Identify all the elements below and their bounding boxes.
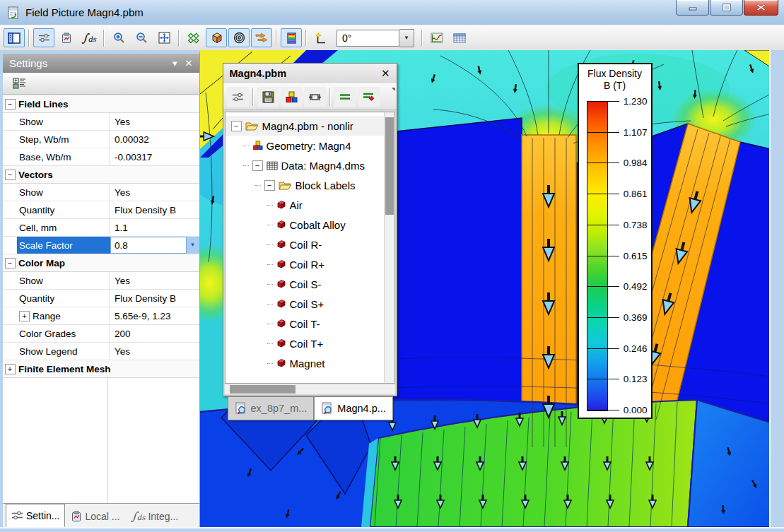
tree-item-coil-r-[interactable]: Coil R- xyxy=(226,235,384,254)
property-row[interactable]: Color Grades200 xyxy=(3,325,199,343)
property-value[interactable]: 5.65e-9, 1.23 xyxy=(110,307,199,324)
zoom-out-button[interactable] xyxy=(131,28,152,47)
property-row[interactable]: QuantityFlux Density B xyxy=(3,290,199,307)
close-icon[interactable]: ✕ xyxy=(185,58,193,69)
settings-sliders-button[interactable] xyxy=(33,28,54,47)
angle-combobox[interactable]: 0°▼ xyxy=(337,29,414,47)
property-row[interactable]: Show LegendYes xyxy=(3,343,199,360)
property-group-row[interactable]: −Vectors xyxy=(3,166,199,184)
tree-item-coil-r-[interactable]: Coil R+ xyxy=(226,254,384,274)
xy-plot-button[interactable] xyxy=(426,28,447,47)
contour-lines-button[interactable] xyxy=(228,28,250,47)
value-dropdown-button[interactable]: ▼ xyxy=(186,237,199,254)
panel-toggle-button[interactable] xyxy=(4,28,25,47)
minimize-button[interactable] xyxy=(676,0,709,16)
close-icon[interactable]: ✕ xyxy=(381,67,390,80)
tree-item-block-labels[interactable]: −Block Labels xyxy=(226,175,384,195)
property-value[interactable]: -0.00317 xyxy=(110,148,199,165)
property-group-row[interactable]: −Color Map xyxy=(3,254,199,272)
contour-compare-button[interactable] xyxy=(334,87,356,107)
save-button[interactable] xyxy=(257,87,279,107)
property-value[interactable]: 1.1 xyxy=(110,219,199,236)
property-value[interactable]: Flux Density B xyxy=(110,290,199,307)
tab-settin-[interactable]: Settin... xyxy=(6,504,65,527)
toolbar-overflow-icon[interactable]: ◥ xyxy=(392,86,395,91)
tree-item-geometry-magn4[interactable]: Geometry: Magn4 xyxy=(226,136,384,155)
property-label-text: Base, Wb/m xyxy=(19,152,71,162)
property-value[interactable]: Yes xyxy=(110,184,199,201)
angle-combobox-value[interactable]: 0° xyxy=(337,30,399,47)
property-group-row[interactable]: +Finite Element Mesh xyxy=(3,360,199,378)
property-value[interactable]: Flux Density B xyxy=(110,201,199,218)
table-button[interactable] xyxy=(449,28,470,47)
tree-item-coil-s-[interactable]: Coil S- xyxy=(226,274,384,294)
titlebar[interactable]: Field Picture Magn4.pbm xyxy=(0,0,784,25)
property-row[interactable]: Step, Wb/m0.00032 xyxy=(3,131,199,148)
probe-angle-button[interactable] xyxy=(310,28,332,47)
property-value[interactable]: 0.00032 xyxy=(110,131,199,148)
collapse-icon[interactable]: − xyxy=(264,180,275,191)
document-tab-magn4-p-[interactable]: Magn4.p... xyxy=(314,396,393,420)
property-value[interactable]: Yes xyxy=(110,113,199,130)
field-picture-viewport[interactable]: Flux Density B (T) 1.2301.1070.9840.8610… xyxy=(200,50,770,527)
tree-horizontal-scrollbar[interactable] xyxy=(225,384,395,394)
blocks-button[interactable] xyxy=(281,87,303,107)
property-value[interactable]: 0.8▼ xyxy=(110,237,199,254)
collapse-icon[interactable]: − xyxy=(5,170,16,180)
property-value[interactable]: 200 xyxy=(110,325,199,342)
settings-panel-header[interactable]: Settings ▾✕ xyxy=(3,54,199,73)
property-group-row[interactable]: −Field Lines xyxy=(3,95,199,113)
property-row[interactable]: ShowYes xyxy=(3,272,199,290)
3d-view-button[interactable] xyxy=(206,28,227,47)
tree-item-coil-t-[interactable]: Coil T- xyxy=(226,314,384,333)
color-map-button[interactable] xyxy=(281,28,302,47)
maximize-button[interactable] xyxy=(710,0,743,16)
tree-item-magn4-pbm-nonlir[interactable]: −Magn4.pbm - nonlir xyxy=(226,116,384,136)
close-button[interactable] xyxy=(744,0,778,16)
vector-arrows-button[interactable] xyxy=(251,28,272,47)
model-tool-window[interactable]: Magn4.pbm ✕ ◥ −Magn4.pbm - nonlirGeometr… xyxy=(223,63,397,396)
combobox-dropdown-button[interactable]: ▼ xyxy=(399,29,414,47)
property-row[interactable]: +Range5.65e-9, 1.23 xyxy=(3,307,199,325)
property-row[interactable]: QuantityFlux Density B xyxy=(3,201,199,219)
tree-item-cobalt-alloy[interactable]: Cobalt Alloy xyxy=(226,215,384,235)
property-value[interactable]: Yes xyxy=(110,343,199,360)
collapse-icon[interactable]: − xyxy=(252,160,263,171)
copy-picture-button[interactable] xyxy=(56,28,77,47)
category-view-button[interactable] xyxy=(9,74,30,93)
tree-item-data-magn4-dms[interactable]: −Data: Magn4.dms xyxy=(226,155,384,175)
property-row[interactable]: ShowYes xyxy=(3,184,199,201)
collapse-icon[interactable]: − xyxy=(5,99,16,110)
property-row[interactable]: Base, Wb/m-0.00317 xyxy=(3,148,199,166)
tab-local-[interactable]: Local ... xyxy=(65,506,125,527)
property-value[interactable]: Yes xyxy=(110,272,199,289)
chevron-down-icon[interactable]: ▾ xyxy=(172,58,177,69)
tree-item-coil-t-[interactable]: Coil T+ xyxy=(226,333,384,353)
toolbar-separator xyxy=(28,30,30,47)
property-label: Step, Wb/m xyxy=(17,131,110,148)
collapse-icon[interactable]: − xyxy=(231,121,242,131)
mesh-button[interactable] xyxy=(183,28,204,47)
document-tab-ex-8p7-m-[interactable]: ex_8p7_m... xyxy=(228,396,315,420)
zoom-extents-button[interactable] xyxy=(153,28,175,47)
integral-button[interactable]: ∫ds xyxy=(78,28,100,47)
tree-item-coil-s-[interactable]: Coil S+ xyxy=(226,294,384,314)
zoom-in-button[interactable] xyxy=(108,28,129,47)
property-row[interactable]: Cell, mm1.1 xyxy=(3,219,199,237)
tree-item-air[interactable]: Air xyxy=(226,195,384,215)
contour-point-button[interactable] xyxy=(358,87,380,107)
expand-icon[interactable]: + xyxy=(5,364,16,374)
circuit-button[interactable] xyxy=(304,87,326,107)
tool-window-titlebar[interactable]: Magn4.pbm ✕ xyxy=(223,64,397,83)
tab-integ-[interactable]: ∫dsInteg... xyxy=(126,506,185,527)
settings-sliders-button[interactable] xyxy=(227,87,249,107)
scrollbar-thumb[interactable] xyxy=(230,385,296,394)
tree-vertical-scrollbar[interactable] xyxy=(384,112,394,383)
tree-item-label: Geometry: Magn4 xyxy=(267,140,351,152)
property-row[interactable]: Scale Factor0.8▼ xyxy=(3,237,199,254)
expand-icon[interactable]: + xyxy=(19,311,30,321)
scrollbar-thumb[interactable] xyxy=(385,117,394,215)
tree-item-magnet[interactable]: Magnet xyxy=(226,353,384,373)
property-row[interactable]: ShowYes xyxy=(3,113,199,131)
collapse-icon[interactable]: − xyxy=(5,258,16,268)
